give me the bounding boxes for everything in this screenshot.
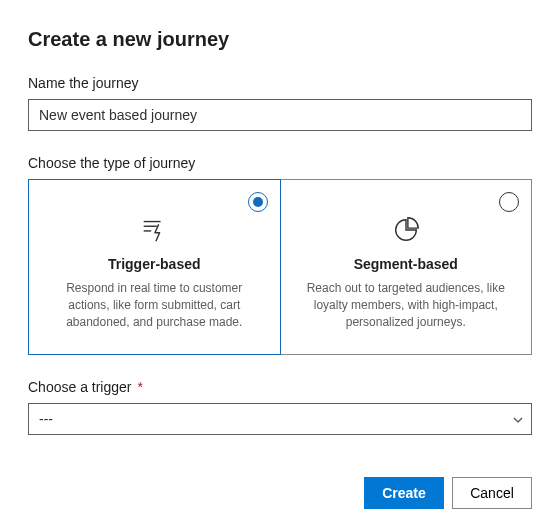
cancel-button[interactable]: Cancel bbox=[452, 477, 532, 509]
type-field-section: Choose the type of journey Trigger-based… bbox=[28, 155, 532, 355]
trigger-select[interactable] bbox=[28, 403, 532, 435]
segment-icon bbox=[390, 214, 422, 246]
trigger-field-section: Choose a trigger * bbox=[28, 379, 532, 435]
type-field-label: Choose the type of journey bbox=[28, 155, 532, 171]
trigger-label-text: Choose a trigger bbox=[28, 379, 132, 395]
journey-name-input[interactable] bbox=[28, 99, 532, 131]
option-trigger-based[interactable]: Trigger-based Respond in real time to cu… bbox=[28, 179, 281, 355]
option-title: Segment-based bbox=[301, 256, 512, 272]
dialog-footer: Create Cancel bbox=[28, 477, 532, 509]
name-field-section: Name the journey bbox=[28, 75, 532, 131]
required-asterisk: * bbox=[137, 379, 142, 395]
radio-indicator bbox=[499, 192, 519, 212]
trigger-field-label: Choose a trigger * bbox=[28, 379, 532, 395]
option-title: Trigger-based bbox=[49, 256, 260, 272]
name-field-label: Name the journey bbox=[28, 75, 532, 91]
option-segment-based[interactable]: Segment-based Reach out to targeted audi… bbox=[280, 179, 533, 355]
create-button[interactable]: Create bbox=[364, 477, 444, 509]
radio-indicator bbox=[248, 192, 268, 212]
option-description: Respond in real time to customer actions… bbox=[49, 280, 260, 330]
page-title: Create a new journey bbox=[28, 28, 532, 51]
trigger-icon bbox=[138, 214, 170, 246]
option-description: Reach out to targeted audiences, like lo… bbox=[301, 280, 512, 330]
type-options-row: Trigger-based Respond in real time to cu… bbox=[28, 179, 532, 355]
